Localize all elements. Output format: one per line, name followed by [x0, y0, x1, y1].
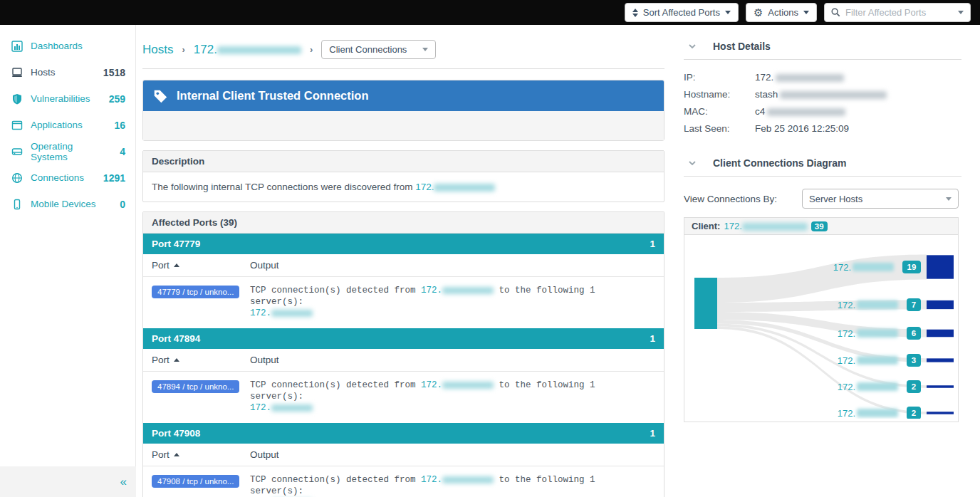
sankey-target-label[interactable]: 172.: [833, 262, 851, 273]
port-band-title: Port 47908: [152, 428, 200, 439]
host-detail-row: MAC: c4: [684, 103, 961, 120]
sankey-target-node[interactable]: [927, 412, 954, 414]
out-line2: server(s):: [250, 486, 303, 496]
sidebar-item-label: Hosts: [31, 67, 95, 78]
out-post: to the following 1: [494, 475, 595, 485]
output-column-label: Output: [250, 449, 279, 460]
output-column-label: Output: [250, 260, 279, 271]
sidebar-item-count: 1518: [103, 67, 125, 78]
sankey-target-label[interactable]: 172.: [838, 328, 855, 339]
affected-ports-panel: Affected Ports (39) Port 47779 1 Port Ou…: [142, 211, 664, 497]
collapse-chevron-icon[interactable]: [688, 42, 697, 51]
host-detail-row: Last Seen: Feb 25 2016 12:25:09: [684, 120, 961, 137]
port-output-text: TCP connection(s) detected from 172. to …: [250, 285, 595, 319]
sankey-target-label[interactable]: 172.: [838, 382, 855, 392]
client-total-badge: 39: [811, 221, 828, 231]
chevron-down-icon: [422, 48, 428, 51]
redacted-value: [767, 108, 845, 116]
actions-button[interactable]: ⚙ Actions: [746, 3, 817, 22]
chevron-down-icon: [725, 11, 731, 14]
view-by-label: View Connections By:: [684, 194, 777, 204]
sankey-target-node[interactable]: [927, 255, 954, 278]
sidebar-item-operating-systems[interactable]: Operating Systems 4: [0, 138, 135, 164]
port-section-band[interactable]: Port 47779 1: [143, 234, 664, 254]
out-pre: TCP connection(s) detected from: [250, 286, 421, 295]
port-band-title: Port 47894: [152, 333, 200, 344]
ip2: 172.: [250, 308, 271, 318]
globe-icon: [11, 172, 23, 184]
monitor-icon: [11, 66, 23, 78]
sort-affected-ports-button[interactable]: Sort Affected Ports: [625, 3, 739, 22]
port-band-count: 1: [650, 239, 655, 249]
top-toolbar: Sort Affected Ports ⚙ Actions Filter Aff…: [0, 0, 980, 25]
sankey-target-node[interactable]: [927, 385, 954, 388]
redacted-ip: [442, 476, 494, 483]
sidebar-item-vulnerabilities[interactable]: Vulnerabilities 259: [0, 85, 135, 112]
port-column-sort[interactable]: Port: [152, 355, 250, 365]
sidebar-item-mobile-devices[interactable]: Mobile Devices 0: [0, 191, 135, 217]
sankey-target-node[interactable]: [927, 330, 954, 338]
sankey-target-node[interactable]: [927, 300, 954, 309]
port-badge[interactable]: 47908 / tcp / unkno...: [152, 475, 239, 488]
sidebar-item-applications[interactable]: Applications 16: [0, 112, 135, 138]
sankey-target-label[interactable]: 172.: [838, 355, 855, 366]
breadcrumb-hosts-link[interactable]: Hosts: [142, 43, 173, 57]
redacted-ip: [857, 409, 898, 417]
actions-button-label: Actions: [768, 7, 798, 18]
chevron-down-icon: [803, 11, 809, 14]
view-by-dropdown[interactable]: Server Hosts: [802, 189, 959, 209]
sankey-count-text: 2: [912, 409, 916, 417]
sankey-target-label[interactable]: 172.: [838, 300, 855, 310]
diagram-title: Client Connections Diagram: [713, 157, 846, 169]
out-line2: server(s):: [250, 297, 303, 307]
out-line2: server(s):: [250, 392, 303, 402]
breadcrumb-host-ip[interactable]: 172.: [194, 43, 301, 57]
sidebar-item-count: 0: [120, 199, 125, 210]
window-icon: [11, 119, 23, 131]
sidebar-item-hosts[interactable]: Hosts 1518: [0, 59, 135, 85]
chevron-down-icon: [958, 11, 964, 14]
sankey-count-text: 19: [907, 263, 917, 271]
port-column-label: Port: [152, 355, 170, 365]
filter-affected-ports-input[interactable]: Filter Affected Ports: [824, 3, 971, 22]
port-table-row: 47894 / tcp / unkno... TCP connection(s)…: [143, 372, 664, 423]
trusted-connection-banner: Internal Client Trusted Connection: [142, 80, 664, 141]
detail-label: MAC:: [684, 103, 755, 120]
redacted-value: [780, 91, 887, 99]
out-post: to the following 1: [494, 380, 595, 390]
redacted-ip: [442, 287, 494, 294]
collapse-sidebar-button[interactable]: «: [120, 475, 127, 489]
port-band-title: Port 47779: [152, 239, 200, 249]
collapse-chevron-icon[interactable]: [688, 159, 697, 167]
output-column-label: Output: [250, 355, 279, 365]
redacted-ip: [271, 404, 313, 412]
detail-value: 172.: [755, 69, 844, 86]
sidebar-item-dashboards[interactable]: Dashboards: [0, 33, 135, 59]
sankey-flow: [717, 254, 927, 303]
port-badge[interactable]: 47894 / tcp / unkno...: [152, 380, 239, 393]
view-by-value: Server Hosts: [809, 194, 862, 204]
view-connections-by-row: View Connections By: Server Hosts: [684, 177, 961, 217]
detail-value: Feb 25 2016 12:25:09: [755, 120, 849, 137]
view-mode-dropdown[interactable]: Client Connections: [321, 40, 436, 59]
sidebar-item-connections[interactable]: Connections 1291: [0, 164, 135, 191]
right-panel: Host Details IP: 172. Hostname: stash MA…: [684, 25, 961, 497]
port-badge[interactable]: 47779 / tcp / unkno...: [152, 286, 239, 298]
chevron-down-icon: [946, 197, 952, 201]
host-details-section-header: Host Details: [684, 25, 961, 60]
port-table-header: Port Output: [143, 444, 664, 466]
port-column-sort[interactable]: Port: [152, 260, 250, 271]
diagram-client-header: Client: 172. 39: [684, 218, 958, 235]
port-section-band[interactable]: Port 47908 1: [143, 423, 664, 444]
breadcrumb-separator: ›: [310, 44, 313, 55]
port-section-band[interactable]: Port 47894 1: [143, 328, 664, 349]
sankey-target-node[interactable]: [927, 358, 954, 362]
redacted-ip: [853, 263, 894, 271]
sankey-source-node[interactable]: [694, 278, 717, 329]
sort-icon: [632, 9, 638, 17]
redacted-value: [776, 74, 844, 82]
sort-ascending-icon: [174, 358, 179, 362]
sankey-chart[interactable]: 19172.7172.6172.3172.2172.2172.: [684, 235, 958, 419]
port-column-sort[interactable]: Port: [152, 449, 250, 460]
sankey-target-label[interactable]: 172.: [838, 408, 855, 419]
